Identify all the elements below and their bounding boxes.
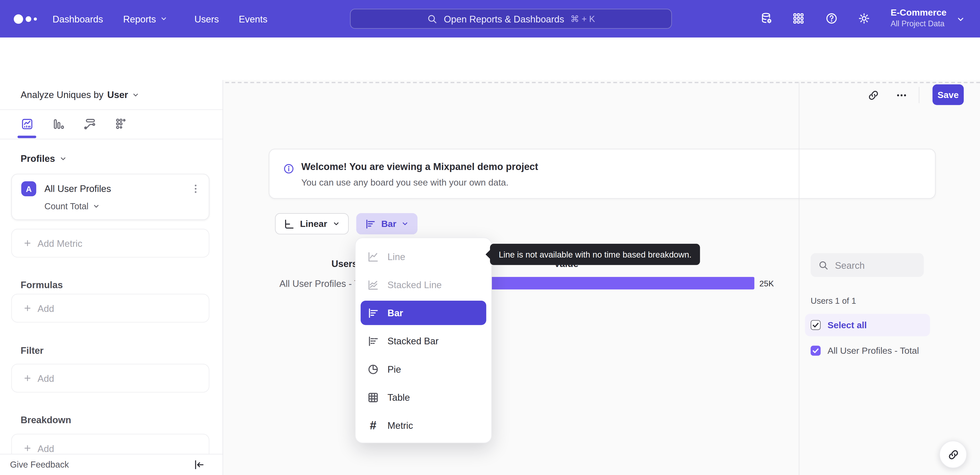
- menu-item-stacked-bar[interactable]: Stacked Bar: [355, 327, 491, 355]
- pie-chart-icon: [367, 363, 380, 375]
- profiles-section-header[interactable]: Profiles: [21, 153, 67, 164]
- plus-icon: [23, 239, 32, 247]
- project-switcher[interactable]: E-Commerce All Project Data: [891, 6, 953, 29]
- analyze-uniques-value[interactable]: User: [107, 89, 128, 100]
- disabled-option-tooltip: Line is not available with no time based…: [490, 244, 700, 265]
- global-search-button[interactable]: Open Reports & Dashboards ⌘ + K: [350, 9, 672, 29]
- board-header: Untitled + Add description... Save: [0, 38, 980, 80]
- menu-item-stacked-line[interactable]: Stacked Line: [355, 271, 491, 299]
- metric-card[interactable]: A All User Profiles Count Total: [11, 174, 209, 220]
- menu-item-bar[interactable]: Bar: [361, 301, 486, 325]
- chevron-down-icon: [401, 220, 409, 228]
- nav-events[interactable]: Events: [239, 0, 267, 38]
- report-type-tabs: [0, 110, 223, 139]
- collapse-sidebar-icon[interactable]: [193, 459, 205, 471]
- header-divider: [919, 87, 919, 103]
- tab-insights-icon[interactable]: [21, 117, 34, 131]
- select-all-checkbox[interactable]: [811, 320, 821, 330]
- menu-item-metric[interactable]: # Metric: [355, 411, 491, 439]
- bar-chart-icon: [367, 306, 380, 319]
- breakdown-section-header: Breakdown: [21, 414, 71, 425]
- active-tab-indicator: [18, 135, 36, 138]
- plus-icon: [23, 444, 32, 453]
- more-actions-icon[interactable]: [896, 89, 907, 101]
- nav-dashboards[interactable]: Dashboards: [52, 0, 103, 38]
- query-builder-sidebar: Analyze Uniques by User: [0, 80, 223, 475]
- sidebar-footer: Give Feedback: [0, 454, 223, 475]
- banner-subtitle: You can use any board you see with your …: [301, 178, 508, 188]
- select-all-label: Select all: [827, 320, 867, 330]
- menu-item-table[interactable]: Table: [355, 383, 491, 411]
- link-icon: [947, 448, 959, 461]
- scale-selector-label: Linear: [300, 219, 328, 229]
- menu-item-pie[interactable]: Pie: [355, 355, 491, 383]
- line-chart-icon: [367, 250, 380, 263]
- chevron-down-icon: [332, 220, 340, 228]
- give-feedback-link[interactable]: Give Feedback: [10, 459, 69, 469]
- chart-type-label: Bar: [381, 219, 396, 229]
- chevron-down-icon: [59, 155, 67, 162]
- chart-type-button[interactable]: Bar: [356, 213, 417, 234]
- project-scope: All Project Data: [891, 19, 953, 29]
- stacked-bar-chart-icon: [367, 335, 380, 347]
- series-checkbox-checked[interactable]: [811, 346, 821, 355]
- save-button[interactable]: Save: [932, 84, 964, 105]
- nav-reports[interactable]: Reports: [123, 0, 167, 38]
- mixpanel-logo-icon[interactable]: [14, 14, 37, 24]
- linear-scale-icon: [283, 218, 295, 230]
- series-search-placeholder: Search: [835, 260, 865, 271]
- add-filter-button[interactable]: Add: [11, 364, 209, 392]
- stacked-line-chart-icon: [367, 279, 380, 291]
- help-icon[interactable]: [825, 12, 838, 25]
- series-search-input[interactable]: Search: [811, 253, 924, 277]
- search-icon: [427, 14, 438, 24]
- bar-value-label: 25K: [759, 279, 774, 288]
- table-icon: [367, 391, 380, 403]
- demo-project-banner: Welcome! You are viewing a Mixpanel demo…: [269, 149, 935, 199]
- chart-column-header-users: Users: [238, 258, 358, 269]
- metric-more-icon[interactable]: [190, 183, 201, 194]
- copy-link-icon[interactable]: [867, 89, 880, 101]
- tab-retention-icon[interactable]: [115, 117, 127, 131]
- plus-icon: [23, 374, 32, 383]
- metric-name[interactable]: All User Profiles: [45, 183, 111, 194]
- scale-selector-button[interactable]: Linear: [275, 213, 349, 234]
- metric-badge: A: [21, 181, 36, 196]
- metric-aggregation[interactable]: Count Total: [45, 201, 100, 211]
- series-count-label: Users 1 of 1: [811, 296, 856, 306]
- info-icon: [283, 163, 294, 174]
- nav-users[interactable]: Users: [194, 0, 219, 38]
- bar-chart-icon: [364, 218, 376, 230]
- analyze-uniques-label: Analyze Uniques by: [21, 89, 103, 100]
- apps-grid-icon[interactable]: [792, 12, 805, 25]
- share-link-fab[interactable]: [939, 441, 967, 469]
- chart-type-dropdown: Line Stacked Line Bar Stacked Bar Pie: [355, 238, 492, 443]
- filter-section-header: Filter: [21, 345, 44, 356]
- search-placeholder: Open Reports & Dashboards: [444, 14, 564, 24]
- plus-icon: [23, 304, 32, 312]
- settings-gear-icon[interactable]: [858, 12, 870, 25]
- chevron-down-icon: [160, 15, 167, 22]
- search-shortcut: ⌘ + K: [570, 14, 595, 24]
- top-nav: Dashboards Reports Users Events Open Rep…: [0, 0, 980, 38]
- analyze-uniques-row: Analyze Uniques by User: [0, 80, 223, 110]
- select-all-row[interactable]: Select all: [805, 314, 930, 336]
- chevron-down-icon: [92, 202, 100, 210]
- search-icon: [818, 260, 829, 271]
- add-formula-button[interactable]: Add: [11, 294, 209, 323]
- menu-item-line[interactable]: Line: [355, 242, 491, 271]
- panel-divider: [799, 82, 799, 475]
- chevron-down-icon[interactable]: [956, 15, 965, 24]
- tab-flows-icon[interactable]: [83, 117, 96, 131]
- mixpanel-insights-page: Dashboards Reports Users Events Open Rep…: [0, 0, 980, 475]
- banner-title: Welcome! You are viewing a Mixpanel demo…: [301, 161, 538, 172]
- add-metric-button[interactable]: Add Metric: [11, 229, 209, 258]
- series-label: All User Profiles - Total: [827, 346, 919, 355]
- tab-funnels-icon[interactable]: [52, 117, 65, 131]
- chevron-down-icon: [132, 91, 139, 98]
- data-management-icon[interactable]: [760, 12, 773, 25]
- formulas-section-header: Formulas: [21, 279, 63, 290]
- series-row[interactable]: All User Profiles - Total: [805, 340, 974, 361]
- metric-hash-icon: #: [367, 419, 380, 432]
- project-name: E-Commerce: [891, 6, 953, 19]
